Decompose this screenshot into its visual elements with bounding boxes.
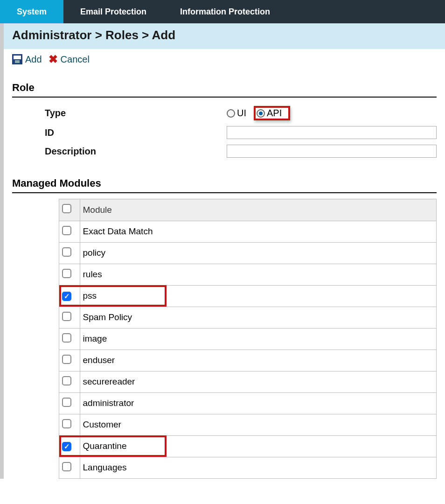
table-row: enduser — [59, 350, 437, 371]
type-ui-label: UI — [237, 108, 246, 119]
cancel-button[interactable]: ✖ Cancel — [49, 54, 90, 65]
add-button-label: Add — [25, 54, 42, 65]
tab-information-protection[interactable]: Information Protection — [163, 0, 287, 23]
module-checkbox[interactable] — [62, 312, 71, 321]
managed-modules-section: Managed Modules Module Exact Data Matchp… — [12, 177, 437, 479]
breadcrumb: Administrator > Roles > Add — [0, 23, 445, 49]
module-checkbox-cell — [59, 392, 80, 414]
module-label: administrator — [80, 392, 437, 414]
module-checkbox-cell — [59, 414, 80, 435]
table-row: securereader — [59, 371, 437, 392]
description-label: Description — [12, 146, 227, 157]
module-checkbox-cell — [59, 435, 80, 457]
save-icon — [12, 54, 22, 64]
module-checkbox-cell — [59, 350, 80, 371]
module-label: pss — [80, 285, 437, 307]
module-checkbox[interactable] — [62, 269, 71, 278]
table-row: policy — [59, 242, 437, 264]
module-checkbox-cell — [59, 221, 80, 242]
module-checkbox-cell — [59, 264, 80, 285]
module-checkbox-cell — [59, 371, 80, 392]
radio-icon — [227, 109, 235, 118]
id-label: ID — [12, 127, 227, 138]
toolbar: Add ✖ Cancel — [0, 49, 445, 68]
module-label: policy — [80, 242, 437, 264]
module-label: Customer — [80, 414, 437, 435]
module-checkbox[interactable] — [62, 376, 71, 385]
table-row: Languages — [59, 457, 437, 478]
module-checkbox[interactable] — [62, 292, 71, 301]
top-nav: System Email Protection Information Prot… — [0, 0, 445, 23]
type-radio-api[interactable]: API — [257, 108, 282, 119]
tab-email-protection[interactable]: Email Protection — [63, 0, 163, 23]
type-radio-ui[interactable]: UI — [227, 108, 246, 119]
table-row: image — [59, 328, 437, 350]
id-input[interactable] — [227, 126, 437, 139]
type-api-label: API — [267, 108, 282, 119]
radio-icon — [257, 109, 265, 118]
select-all-cell — [59, 199, 80, 221]
table-row: pss — [59, 285, 437, 307]
module-checkbox[interactable] — [62, 419, 71, 428]
table-row: Customer — [59, 414, 437, 435]
module-checkbox-cell — [59, 328, 80, 350]
module-label: Spam Policy — [80, 307, 437, 328]
table-row: administrator — [59, 392, 437, 414]
table-row: Spam Policy — [59, 307, 437, 328]
module-checkbox[interactable] — [62, 333, 71, 343]
module-checkbox[interactable] — [62, 355, 71, 364]
module-label: securereader — [80, 371, 437, 392]
module-label: Quarantine — [80, 435, 437, 457]
field-id: ID — [12, 123, 437, 142]
module-label: Languages — [80, 457, 437, 478]
module-checkbox-cell — [59, 285, 80, 307]
module-column-header: Module — [80, 199, 437, 221]
tab-system[interactable]: System — [0, 0, 63, 23]
module-checkbox[interactable] — [62, 398, 71, 407]
table-row: Quarantine — [59, 435, 437, 457]
module-label: image — [80, 328, 437, 350]
description-input[interactable] — [227, 145, 437, 158]
modules-area: Module Exact Data MatchpolicyrulespssSpa… — [12, 199, 437, 479]
role-section-title: Role — [12, 82, 437, 98]
managed-modules-title: Managed Modules — [12, 177, 437, 193]
modules-table: Module Exact Data MatchpolicyrulespssSpa… — [59, 199, 437, 479]
module-checkbox[interactable] — [62, 442, 71, 451]
field-description: Description — [12, 142, 437, 161]
module-label: rules — [80, 264, 437, 285]
select-all-checkbox[interactable] — [62, 204, 71, 213]
module-checkbox-cell — [59, 242, 80, 264]
type-label: Type — [12, 108, 227, 119]
module-label: enduser — [80, 350, 437, 371]
table-row: Exact Data Match — [59, 221, 437, 242]
cancel-button-label: Cancel — [61, 54, 90, 65]
close-icon: ✖ — [49, 54, 58, 65]
field-type: Type UI API — [12, 103, 437, 123]
module-checkbox[interactable] — [62, 462, 71, 471]
table-row: rules — [59, 264, 437, 285]
module-checkbox[interactable] — [62, 247, 71, 257]
module-checkbox-cell — [59, 307, 80, 328]
main-content: Role Type UI API ID Description — [0, 68, 445, 479]
type-api-highlight: API — [254, 106, 290, 120]
module-checkbox-cell — [59, 457, 80, 478]
add-button[interactable]: Add — [12, 54, 42, 65]
module-checkbox[interactable] — [62, 226, 71, 235]
module-label: Exact Data Match — [80, 221, 437, 242]
